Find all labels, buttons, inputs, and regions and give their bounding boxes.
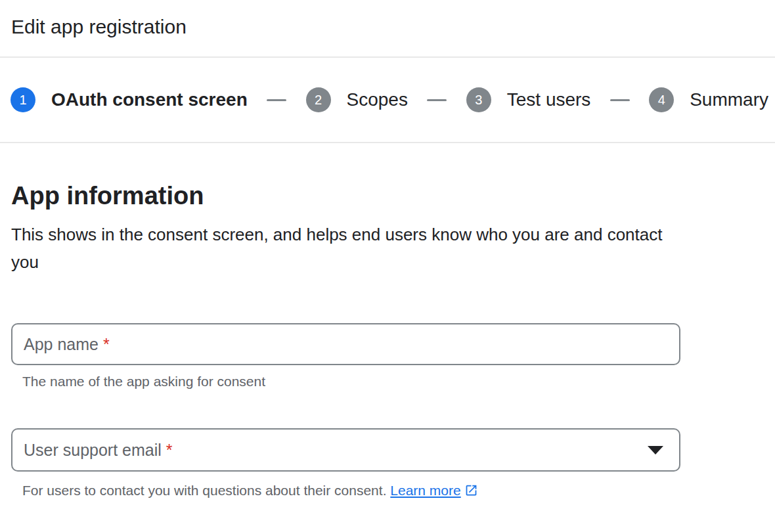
- step-number-badge: 1: [11, 87, 35, 112]
- step-oauth-consent-screen[interactable]: 1 OAuth consent screen: [11, 87, 248, 112]
- section-heading: App information: [11, 180, 680, 211]
- step-label: Scopes: [347, 89, 408, 110]
- learn-more-link[interactable]: Learn more: [390, 483, 460, 498]
- step-number-badge: 3: [466, 87, 491, 112]
- app-name-label: App name: [24, 335, 99, 354]
- section-description: This shows in the consent screen, and he…: [11, 221, 680, 276]
- step-label: Test users: [507, 89, 591, 110]
- user-support-email-helper-text: For users to contact you with questions …: [22, 482, 680, 499]
- wizard-stepper: 1 OAuth consent screen 2 Scopes 3 Test u…: [0, 58, 775, 143]
- user-support-email-label: User support email: [24, 441, 162, 460]
- step-test-users[interactable]: 3 Test users: [466, 87, 591, 112]
- step-summary[interactable]: 4 Summary: [649, 87, 768, 112]
- user-support-email-select[interactable]: User support email *: [11, 428, 680, 472]
- helper-text: For users to contact you with questions …: [22, 483, 386, 498]
- step-connector-line: [610, 99, 630, 101]
- step-number-badge: 4: [649, 87, 674, 112]
- required-asterisk: *: [103, 335, 110, 354]
- app-name-helper-text: The name of the app asking for consent: [22, 373, 680, 390]
- external-link-icon: [464, 483, 478, 497]
- step-label: Summary: [690, 89, 768, 110]
- step-connector-line: [427, 99, 447, 101]
- step-label: OAuth consent screen: [51, 89, 248, 110]
- step-number-badge: 2: [306, 87, 331, 112]
- page-title: Edit app registration: [11, 14, 764, 39]
- form-content: App information This shows in the consen…: [11, 180, 680, 499]
- required-asterisk: *: [166, 441, 173, 460]
- page-header: Edit app registration: [0, 0, 775, 58]
- step-connector-line: [267, 99, 286, 101]
- app-name-field[interactable]: App name *: [11, 323, 680, 365]
- dropdown-arrow-icon: [648, 446, 663, 454]
- step-scopes[interactable]: 2 Scopes: [306, 87, 408, 112]
